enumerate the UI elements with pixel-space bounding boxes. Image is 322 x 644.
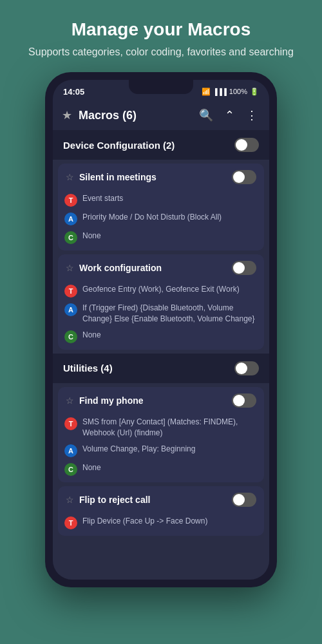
action-badge-silent: A (64, 213, 77, 225)
category-title-utilities: Utilities (4) (63, 363, 113, 374)
condition-text-work: None (82, 330, 256, 341)
macro-star-flip-reject[interactable]: ☆ (66, 495, 74, 505)
category-toggle-device-config[interactable] (234, 138, 259, 152)
condition-badge-silent: C (64, 231, 77, 244)
action-badge-work: A (64, 303, 77, 316)
macro-card-flip-reject: ☆ Flip to reject call T Flip Device (Fac… (58, 486, 264, 536)
category-title-device-config: Device Configuration (2) (63, 140, 175, 151)
macro-title-work: Work configuration (79, 263, 227, 273)
condition-badge-work: C (64, 330, 77, 343)
macro-detail-condition-silent: C None (58, 228, 264, 251)
condition-text-find-phone: None (82, 462, 256, 473)
page-title: Manage your Macros (28, 19, 294, 40)
macro-detail-trigger-flip-reject: T Flip Device (Face Up -> Face Down) (58, 513, 264, 536)
more-menu-icon[interactable]: ⋮ (243, 107, 260, 124)
trigger-text-silent: Event starts (82, 193, 256, 204)
trigger-text-flip-reject: Flip Device (Face Up -> Face Down) (82, 516, 256, 527)
wifi-icon: 📶 (202, 88, 211, 96)
macro-star-find-phone[interactable]: ☆ (66, 395, 74, 406)
macro-card-silent-meetings: ☆ Silent in meetings T Event starts A Pr… (58, 164, 264, 251)
condition-text-silent: None (82, 231, 256, 242)
macro-toggle-silent[interactable] (232, 170, 256, 184)
notch (129, 80, 193, 94)
macro-detail-trigger-work: T Geofence Entry (Work), Geofence Exit (… (58, 281, 264, 300)
category-device-config: Device Configuration (2) (53, 130, 269, 160)
macro-detail-trigger-find-phone: T SMS from [Any Contact] (Matches: FINDM… (58, 414, 264, 441)
battery-icon: 🔋 (250, 88, 259, 96)
action-text-silent: Priority Mode / Do Not Disturb (Block Al… (82, 212, 256, 223)
macro-star-silent[interactable]: ☆ (66, 172, 74, 182)
trigger-badge-work: T (64, 285, 77, 298)
page-subtitle: Supports categories, color coding, favor… (28, 45, 294, 59)
category-toggle-utilities[interactable] (234, 361, 259, 375)
status-icons: 📶 ▐▐▐ 100% 🔋 (202, 88, 259, 96)
battery-text: 100% (229, 88, 247, 95)
macro-card-work-config: ☆ Work configuration T Geofence Entry (W… (58, 254, 264, 350)
trigger-badge-find-phone: T (64, 417, 77, 430)
collapse-icon[interactable]: ⌃ (222, 107, 237, 124)
trigger-text-find-phone: SMS from [Any Contact] (Matches: FINDME)… (82, 417, 256, 439)
macro-detail-condition-work: C None (58, 327, 264, 350)
macro-toggle-flip-reject[interactable] (232, 493, 256, 507)
toolbar: ★ Macros (6) 🔍 ⌃ ⋮ (53, 100, 269, 130)
macro-header-work: ☆ Work configuration (58, 254, 264, 281)
status-time: 14:05 (63, 87, 84, 97)
macro-title-flip-reject: Flip to reject call (79, 495, 227, 505)
scroll-area[interactable]: Device Configuration (2) ☆ Silent in mee… (53, 130, 269, 580)
macro-toggle-work[interactable] (232, 261, 256, 275)
macro-header-flip-reject: ☆ Flip to reject call (58, 486, 264, 513)
action-text-work: If (Trigger Fired) {Disable Bluetooth, V… (82, 303, 256, 325)
macro-detail-trigger-silent: T Event starts (58, 191, 264, 209)
macro-toggle-find-phone[interactable] (232, 393, 256, 408)
macro-card-find-phone: ☆ Find my phone T SMS from [Any Contact]… (58, 387, 264, 482)
trigger-badge-flip-reject: T (64, 516, 77, 529)
macro-detail-action-work: A If (Trigger Fired) {Disable Bluetooth,… (58, 300, 264, 327)
signal-icon: ▐▐▐ (213, 88, 227, 95)
favorites-star-icon[interactable]: ★ (62, 108, 72, 122)
macro-star-work[interactable]: ☆ (66, 263, 74, 273)
macro-title-silent: Silent in meetings (79, 172, 227, 182)
macro-header-silent: ☆ Silent in meetings (58, 164, 264, 191)
macro-detail-action-find-phone: A Volume Change, Play: Beginning (58, 441, 264, 460)
phone-screen: 14:05 📶 ▐▐▐ 100% 🔋 ★ Macros (6) 🔍 ⌃ ⋮ De… (53, 80, 269, 580)
macro-title-find-phone: Find my phone (79, 395, 227, 406)
category-utilities: Utilities (4) (53, 354, 269, 383)
toolbar-title: Macros (6) (79, 109, 190, 122)
trigger-text-work: Geofence Entry (Work), Geofence Exit (Wo… (82, 284, 256, 295)
action-text-find-phone: Volume Change, Play: Beginning (82, 444, 256, 455)
header-section: Manage your Macros Supports categories, … (9, 0, 313, 72)
phone-wrapper: 14:05 📶 ▐▐▐ 100% 🔋 ★ Macros (6) 🔍 ⌃ ⋮ De… (45, 72, 277, 587)
condition-badge-find-phone: C (64, 463, 77, 476)
macro-detail-condition-find-phone: C None (58, 460, 264, 482)
action-badge-find-phone: A (64, 444, 77, 457)
trigger-badge-silent: T (64, 194, 77, 207)
macro-detail-action-silent: A Priority Mode / Do Not Disturb (Block … (58, 209, 264, 228)
search-icon[interactable]: 🔍 (196, 107, 216, 124)
macro-header-find-phone: ☆ Find my phone (58, 387, 264, 414)
